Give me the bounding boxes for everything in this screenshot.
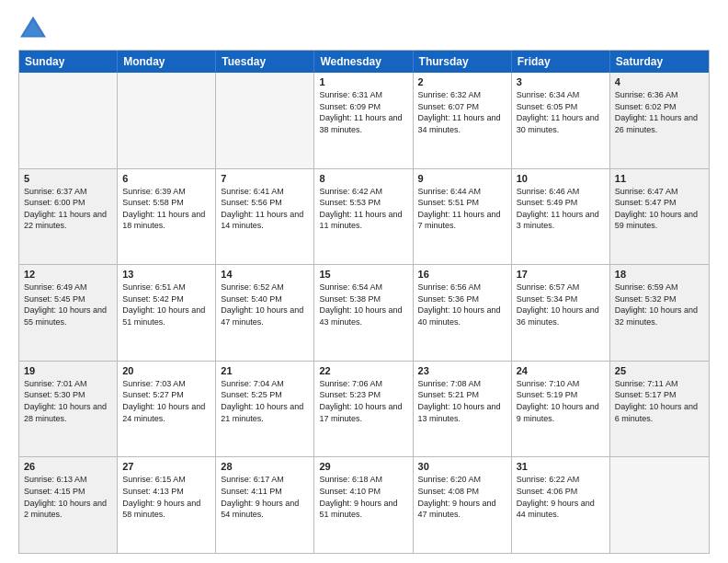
day-number: 20 [122, 365, 210, 376]
day-number: 14 [221, 269, 309, 280]
cell-info: Sunrise: 6:17 AMSunset: 4:11 PMDaylight:… [221, 474, 309, 520]
day-number: 18 [615, 269, 704, 280]
calendar-cell: 8Sunrise: 6:42 AMSunset: 5:53 PMDaylight… [314, 169, 413, 265]
day-number: 31 [517, 461, 605, 472]
calendar-cell: 5Sunrise: 6:37 AMSunset: 6:00 PMDaylight… [19, 169, 118, 265]
calendar-cell: 17Sunrise: 6:57 AMSunset: 5:34 PMDayligh… [512, 265, 610, 361]
day-number: 3 [517, 76, 605, 87]
day-number: 16 [418, 269, 506, 280]
day-header-thursday: Thursday [414, 51, 512, 73]
calendar-cell: 4Sunrise: 6:36 AMSunset: 6:02 PMDaylight… [610, 73, 709, 168]
calendar-body: 1Sunrise: 6:31 AMSunset: 6:09 PMDaylight… [19, 73, 709, 554]
day-number: 15 [319, 269, 407, 280]
day-number: 4 [615, 76, 704, 87]
day-header-wednesday: Wednesday [314, 51, 413, 73]
calendar-cell: 27Sunrise: 6:15 AMSunset: 4:13 PMDayligh… [118, 457, 216, 553]
cell-info: Sunrise: 6:42 AMSunset: 5:53 PMDaylight:… [319, 186, 407, 232]
cell-info: Sunrise: 7:06 AMSunset: 5:23 PMDaylight:… [319, 378, 407, 424]
day-number: 21 [221, 365, 309, 376]
cell-info: Sunrise: 6:15 AMSunset: 4:13 PMDaylight:… [122, 474, 210, 520]
calendar-row-4: 19Sunrise: 7:01 AMSunset: 5:30 PMDayligh… [19, 362, 709, 458]
calendar-cell: 24Sunrise: 7:10 AMSunset: 5:19 PMDayligh… [512, 362, 610, 457]
calendar-cell [610, 457, 709, 553]
calendar-cell: 2Sunrise: 6:32 AMSunset: 6:07 PMDaylight… [414, 73, 512, 168]
cell-info: Sunrise: 7:01 AMSunset: 5:30 PMDaylight:… [24, 378, 112, 424]
page: SundayMondayTuesdayWednesdayThursdayFrid… [0, 0, 728, 563]
calendar-cell [216, 73, 314, 168]
calendar-cell: 9Sunrise: 6:44 AMSunset: 5:51 PMDaylight… [414, 169, 512, 265]
logo-icon [18, 15, 48, 40]
cell-info: Sunrise: 6:32 AMSunset: 6:07 PMDaylight:… [418, 89, 506, 135]
cell-info: Sunrise: 6:22 AMSunset: 4:06 PMDaylight:… [517, 474, 605, 520]
header [18, 15, 710, 40]
calendar-cell: 11Sunrise: 6:47 AMSunset: 5:47 PMDayligh… [610, 169, 709, 265]
day-number: 2 [418, 76, 506, 87]
calendar-cell: 1Sunrise: 6:31 AMSunset: 6:09 PMDaylight… [314, 73, 413, 168]
calendar-cell: 6Sunrise: 6:39 AMSunset: 5:58 PMDaylight… [118, 169, 216, 265]
calendar-cell: 25Sunrise: 7:11 AMSunset: 5:17 PMDayligh… [610, 362, 709, 457]
calendar-cell: 16Sunrise: 6:56 AMSunset: 5:36 PMDayligh… [414, 265, 512, 361]
cell-info: Sunrise: 6:46 AMSunset: 5:49 PMDaylight:… [517, 186, 605, 232]
cell-info: Sunrise: 6:44 AMSunset: 5:51 PMDaylight:… [418, 186, 506, 232]
cell-info: Sunrise: 7:04 AMSunset: 5:25 PMDaylight:… [221, 378, 309, 424]
calendar-cell: 13Sunrise: 6:51 AMSunset: 5:42 PMDayligh… [118, 265, 216, 361]
day-number: 28 [221, 461, 309, 472]
day-number: 19 [24, 365, 112, 376]
day-number: 1 [319, 76, 407, 87]
calendar-cell: 19Sunrise: 7:01 AMSunset: 5:30 PMDayligh… [19, 362, 118, 457]
day-header-sunday: Sunday [19, 51, 118, 73]
day-number: 10 [517, 173, 605, 184]
calendar-cell: 23Sunrise: 7:08 AMSunset: 5:21 PMDayligh… [414, 362, 512, 457]
day-number: 13 [122, 269, 210, 280]
calendar-cell: 15Sunrise: 6:54 AMSunset: 5:38 PMDayligh… [314, 265, 413, 361]
calendar-cell: 10Sunrise: 6:46 AMSunset: 5:49 PMDayligh… [512, 169, 610, 265]
cell-info: Sunrise: 7:10 AMSunset: 5:19 PMDaylight:… [517, 378, 605, 424]
day-number: 25 [615, 365, 704, 376]
calendar-row-2: 5Sunrise: 6:37 AMSunset: 6:00 PMDaylight… [19, 169, 709, 266]
day-number: 17 [517, 269, 605, 280]
day-number: 23 [418, 365, 506, 376]
calendar-row-1: 1Sunrise: 6:31 AMSunset: 6:09 PMDaylight… [19, 73, 709, 169]
day-number: 6 [122, 173, 210, 184]
day-number: 26 [24, 461, 112, 472]
calendar-header: SundayMondayTuesdayWednesdayThursdayFrid… [19, 51, 709, 73]
calendar-cell: 21Sunrise: 7:04 AMSunset: 5:25 PMDayligh… [216, 362, 314, 457]
day-number: 24 [517, 365, 605, 376]
cell-info: Sunrise: 7:08 AMSunset: 5:21 PMDaylight:… [418, 378, 506, 424]
day-number: 12 [24, 269, 112, 280]
calendar-cell: 14Sunrise: 6:52 AMSunset: 5:40 PMDayligh… [216, 265, 314, 361]
day-number: 27 [122, 461, 210, 472]
calendar-cell: 29Sunrise: 6:18 AMSunset: 4:10 PMDayligh… [314, 457, 413, 553]
calendar-cell: 31Sunrise: 6:22 AMSunset: 4:06 PMDayligh… [512, 457, 610, 553]
cell-info: Sunrise: 7:03 AMSunset: 5:27 PMDaylight:… [122, 378, 210, 424]
cell-info: Sunrise: 6:34 AMSunset: 6:05 PMDaylight:… [517, 89, 605, 135]
calendar-cell: 30Sunrise: 6:20 AMSunset: 4:08 PMDayligh… [414, 457, 512, 553]
day-number: 9 [418, 173, 506, 184]
cell-info: Sunrise: 6:31 AMSunset: 6:09 PMDaylight:… [319, 89, 407, 135]
day-number: 8 [319, 173, 407, 184]
cell-info: Sunrise: 6:39 AMSunset: 5:58 PMDaylight:… [122, 186, 210, 232]
calendar-cell [118, 73, 216, 168]
day-header-tuesday: Tuesday [216, 51, 314, 73]
day-number: 11 [615, 173, 704, 184]
cell-info: Sunrise: 7:11 AMSunset: 5:17 PMDaylight:… [615, 378, 704, 424]
cell-info: Sunrise: 6:47 AMSunset: 5:47 PMDaylight:… [615, 186, 704, 232]
cell-info: Sunrise: 6:51 AMSunset: 5:42 PMDaylight:… [122, 282, 210, 327]
cell-info: Sunrise: 6:37 AMSunset: 6:00 PMDaylight:… [24, 186, 112, 232]
cell-info: Sunrise: 6:13 AMSunset: 4:15 PMDaylight:… [24, 474, 112, 520]
day-header-friday: Friday [512, 51, 610, 73]
cell-info: Sunrise: 6:52 AMSunset: 5:40 PMDaylight:… [221, 282, 309, 327]
cell-info: Sunrise: 6:59 AMSunset: 5:32 PMDaylight:… [615, 282, 704, 327]
calendar-cell: 28Sunrise: 6:17 AMSunset: 4:11 PMDayligh… [216, 457, 314, 553]
calendar-cell: 18Sunrise: 6:59 AMSunset: 5:32 PMDayligh… [610, 265, 709, 361]
calendar-row-5: 26Sunrise: 6:13 AMSunset: 4:15 PMDayligh… [19, 457, 709, 554]
calendar-cell [19, 73, 118, 168]
cell-info: Sunrise: 6:57 AMSunset: 5:34 PMDaylight:… [517, 282, 605, 327]
logo [18, 15, 51, 40]
day-number: 22 [319, 365, 407, 376]
calendar-row-3: 12Sunrise: 6:49 AMSunset: 5:45 PMDayligh… [19, 265, 709, 362]
calendar-cell: 20Sunrise: 7:03 AMSunset: 5:27 PMDayligh… [118, 362, 216, 457]
day-number: 7 [221, 173, 309, 184]
calendar-cell: 26Sunrise: 6:13 AMSunset: 4:15 PMDayligh… [19, 457, 118, 553]
calendar-cell: 22Sunrise: 7:06 AMSunset: 5:23 PMDayligh… [314, 362, 413, 457]
